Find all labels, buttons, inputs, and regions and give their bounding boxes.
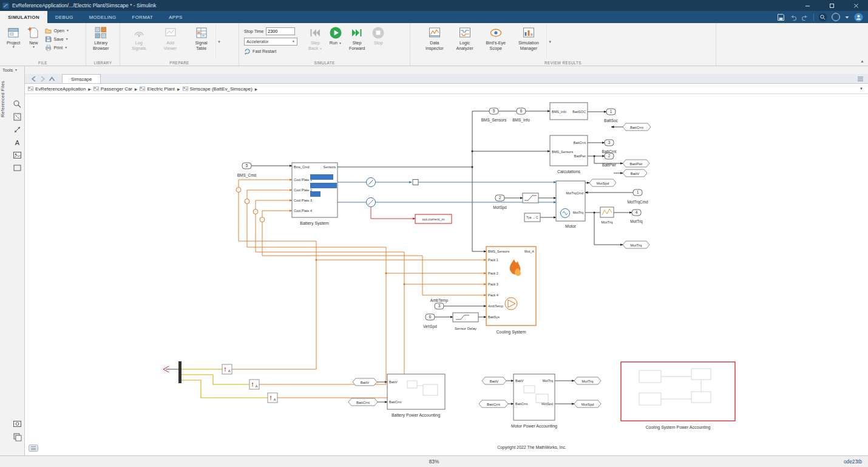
fit-view-icon[interactable] bbox=[12, 112, 22, 122]
ribbon-section-review: Data Inspector Logic Analyzer Bird's-Eye… bbox=[410, 23, 716, 66]
to-workspace-block[interactable]: out.current_m bbox=[415, 214, 452, 223]
review-gallery-expander[interactable]: ▼ bbox=[546, 25, 554, 58]
simulation-mode-select[interactable]: Accelerator ▼ bbox=[244, 38, 297, 46]
redo-icon[interactable] bbox=[801, 13, 809, 21]
cooling-power-accounting-block[interactable]: Cooling System Power Accounting bbox=[621, 362, 735, 430]
stop-time-input[interactable] bbox=[266, 27, 295, 35]
birds-eye-scope-icon bbox=[489, 26, 503, 39]
save-icon[interactable] bbox=[777, 13, 785, 21]
cooling-system-block[interactable]: BMS_Sensors Pack 1 Pack 2 Pack 3 Pack 4 … bbox=[486, 247, 536, 335]
chevron-down-icon[interactable] bbox=[844, 15, 850, 20]
breadcrumb-item[interactable]: EvReferenceApplication bbox=[28, 86, 86, 92]
list-icon[interactable] bbox=[856, 75, 864, 83]
calculations-block[interactable]: BMS_Sensors BattCrnt BattPwr Calculation… bbox=[550, 135, 588, 174]
stop-button[interactable]: Stop bbox=[370, 25, 387, 47]
tab-debug[interactable]: DEBUG bbox=[47, 11, 81, 23]
undo-icon[interactable] bbox=[789, 13, 797, 21]
svg-text:MotTrq: MotTrq bbox=[582, 380, 594, 383]
close-button[interactable] bbox=[844, 0, 868, 11]
temperature-conversion-block[interactable]: Tya → C bbox=[524, 213, 540, 222]
forward-icon[interactable] bbox=[39, 75, 47, 83]
mux-block[interactable] bbox=[178, 361, 181, 383]
expand-icon[interactable] bbox=[12, 124, 22, 135]
add-viewer-button[interactable]: Add Viewer bbox=[162, 25, 179, 53]
document-tab-simscape[interactable]: Simscape bbox=[62, 74, 101, 83]
hidden-content-badge[interactable] bbox=[29, 445, 38, 452]
step-back-button[interactable]: Step Back ▼ bbox=[307, 25, 324, 53]
saturation-block[interactable] bbox=[523, 193, 538, 203]
fast-restart-toggle[interactable]: Fast Restart bbox=[244, 48, 297, 55]
log-signals-button[interactable]: Log Signals bbox=[130, 25, 148, 53]
outport-number: 5 bbox=[493, 109, 495, 113]
to-workspace-label: out.current_m bbox=[422, 217, 444, 221]
motor-power-accounting-block[interactable]: BattV BattCrnt MotTrq MotSpd Motor Power… bbox=[511, 374, 557, 429]
solver-name[interactable]: ode23tb bbox=[844, 458, 862, 465]
collapse-ribbon-icon[interactable]: ▲ bbox=[860, 59, 864, 63]
svg-text:BattV: BattV bbox=[361, 381, 370, 384]
step-back-label-1: Step bbox=[311, 40, 320, 46]
simulation-manager-button[interactable]: Simulation Manager bbox=[517, 25, 541, 53]
terminator-block[interactable] bbox=[413, 180, 418, 185]
outport-label: BMS_Info bbox=[512, 118, 530, 123]
breadcrumb-item[interactable]: Passenger Car bbox=[93, 86, 132, 92]
prepare-gallery-expander[interactable]: ▼ bbox=[215, 25, 223, 58]
current-sensor[interactable] bbox=[367, 178, 376, 207]
logic-analyzer-button[interactable]: Logic Analyzer bbox=[455, 25, 475, 53]
area-icon[interactable] bbox=[12, 163, 22, 173]
new-button[interactable]: New ▼ bbox=[25, 25, 42, 50]
layers-icon[interactable] bbox=[12, 432, 22, 442]
breadcrumb-label: Passenger Car bbox=[101, 86, 132, 92]
run-button[interactable]: Run ▼ bbox=[327, 25, 344, 47]
tab-modeling[interactable]: MODELING bbox=[81, 11, 124, 23]
tab-simulation[interactable]: SIMULATION bbox=[0, 11, 47, 23]
help-icon[interactable]: ? bbox=[832, 13, 840, 21]
sensor-delay-block[interactable]: Sensor Delay bbox=[453, 313, 478, 330]
temperature-sensor-blocks[interactable]: A A A bbox=[222, 364, 277, 403]
ribbon-section-file: Project ▼ New ▼ Open ▼ Save ▼ bbox=[0, 23, 86, 66]
image-icon[interactable] bbox=[12, 150, 22, 160]
data-inspector-button[interactable]: Data Inspector bbox=[424, 25, 446, 53]
chevron-down-icon: ▼ bbox=[66, 29, 69, 32]
search-icon[interactable] bbox=[818, 13, 827, 22]
print-button[interactable]: Print ▼ bbox=[45, 44, 69, 51]
coolant-port-elements[interactable] bbox=[236, 188, 265, 222]
library-browser-icon bbox=[94, 26, 107, 39]
zoom-icon[interactable] bbox=[12, 99, 22, 109]
annotation-icon[interactable]: A bbox=[12, 137, 22, 148]
bms-info-block[interactable]: BMS_Info BattSOC bbox=[550, 103, 588, 120]
open-icon bbox=[45, 27, 52, 34]
account-icon[interactable] bbox=[854, 13, 863, 22]
motor-block[interactable]: MotTrqCmd MotTrq Motor bbox=[556, 181, 585, 228]
tools-header[interactable]: Tools▼ bbox=[2, 67, 18, 73]
tab-format[interactable]: FORMAT bbox=[124, 11, 161, 23]
port-label: MotTrq bbox=[543, 379, 553, 383]
viewmark-icon[interactable] bbox=[12, 418, 22, 429]
breadcrumb-item[interactable]: Simscape (BattEv_Simscape) bbox=[183, 86, 253, 92]
data-inspector-label-2: Inspector bbox=[426, 46, 444, 51]
scope-block[interactable]: MotTrq bbox=[600, 207, 614, 224]
tools-label: Tools bbox=[2, 67, 13, 73]
project-button[interactable]: Project ▼ bbox=[5, 25, 22, 50]
battery-power-accounting-block[interactable]: BattV BattCrnt Battery Power Accounting bbox=[387, 374, 445, 418]
coolant-wires[interactable] bbox=[232, 180, 486, 398]
step-forward-button[interactable]: Step Forward bbox=[347, 25, 367, 53]
minimize-button[interactable] bbox=[795, 0, 819, 11]
breadcrumb-item[interactable]: Electric Plant bbox=[140, 86, 175, 92]
breadcrumb-label: Simscape (BattEv_Simscape) bbox=[190, 86, 253, 92]
block-name: Battery Power Accounting bbox=[392, 413, 440, 418]
open-button[interactable]: Open ▼ bbox=[45, 27, 69, 34]
battery-system-block[interactable]: Bms_Cmd Cool Plate 1 Cool Plate 2 Cool P… bbox=[292, 163, 337, 226]
logged-signal-wire[interactable] bbox=[371, 207, 415, 219]
save-button[interactable]: Save ▼ bbox=[45, 36, 69, 43]
referenced-files-tab[interactable]: Referenced Files bbox=[0, 81, 5, 117]
soc-bar bbox=[310, 174, 333, 180]
back-icon[interactable] bbox=[30, 75, 38, 83]
birds-eye-scope-button[interactable]: Bird's-Eye Scope bbox=[484, 25, 508, 53]
signal-table-button[interactable]: Signal Table bbox=[193, 25, 210, 53]
up-icon[interactable] bbox=[48, 75, 56, 83]
tab-apps[interactable]: APPS bbox=[161, 11, 190, 23]
library-browser-button[interactable]: Library Browser bbox=[91, 25, 110, 53]
model-canvas[interactable]: out.current_m bbox=[25, 94, 868, 455]
breadcrumb-dropdown-icon[interactable]: ▼ bbox=[860, 87, 863, 90]
maximize-button[interactable] bbox=[819, 0, 844, 11]
